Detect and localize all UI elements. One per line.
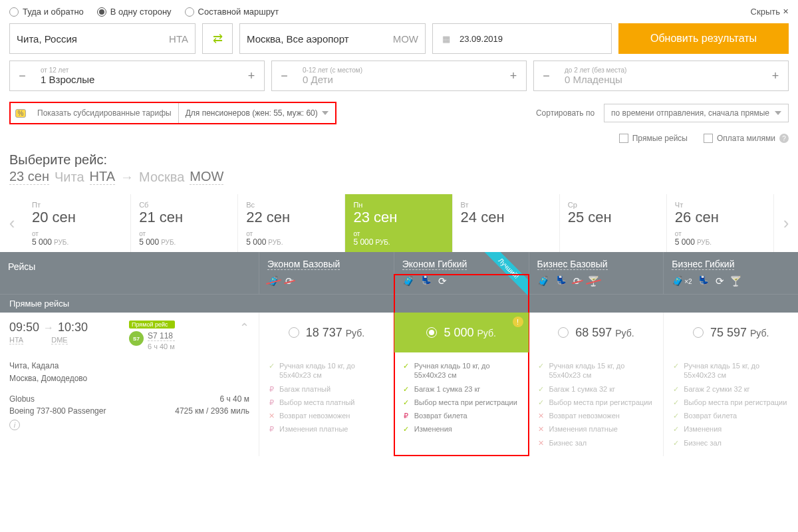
adults-plus[interactable]: +	[239, 61, 264, 90]
fare-price-radio[interactable]: 5 000 Руб.!	[394, 313, 529, 352]
date-field[interactable]: ▦ 23.09.2019	[432, 23, 612, 54]
refresh-icon: ⟳	[285, 275, 294, 287]
update-results-button[interactable]: Обновить результаты	[618, 23, 789, 54]
help-icon[interactable]: ?	[779, 134, 789, 143]
glass-icon: 🍸	[587, 275, 600, 287]
seat-icon: 💺	[420, 275, 433, 287]
subsidized-fares-box: % Показать субсидированные тарифы Для пе…	[9, 102, 336, 124]
choose-flight-title: Выберите рейс:	[0, 152, 798, 169]
s7-logo-icon: S7	[129, 331, 144, 346]
fare-price-radio[interactable]: 18 737 Руб.	[259, 313, 394, 352]
children-minus[interactable]: −	[272, 61, 297, 90]
date-cell[interactable]: Вс22 сенот5 000РУБ.	[238, 194, 345, 252]
date-cell[interactable]: Сб21 сенот5 000РУБ.	[131, 194, 238, 252]
trip-multi[interactable]: Составной маршрут	[185, 7, 279, 17]
arrow-icon: →	[43, 322, 54, 334]
seat-icon: 💺	[698, 275, 710, 287]
expand-flight-chevron[interactable]: ⌃	[239, 321, 249, 350]
from-field[interactable]: Чита, Россия HTA	[9, 23, 196, 54]
route-summary: 23 сен Чита HTA → Москва MOW	[0, 169, 798, 194]
date-cell[interactable]: Ср25 сенот5 000РУБ.	[560, 194, 667, 252]
glass-icon: 🍸	[730, 275, 742, 287]
flight-number[interactable]: S7 118	[148, 331, 175, 341]
flights-header: Рейсы	[0, 252, 259, 294]
infants-stepper: − до 2 лет (без места)0 Младенцы +	[533, 61, 789, 91]
fare-column-2: 68 597 Руб.✓Ручная кладь 15 кг, до 55х40…	[529, 313, 664, 456]
date-cell[interactable]: Пн23 сенот5 000РУБ.	[345, 194, 452, 252]
sort-label: Сортировать по	[536, 108, 595, 118]
adults-stepper: − от 12 лет1 Взрослые +	[9, 61, 265, 91]
dates-next[interactable]: ›	[774, 194, 798, 252]
chevron-down-icon	[322, 111, 329, 115]
children-plus[interactable]: +	[501, 61, 526, 90]
calendar-icon: ▦	[440, 32, 453, 45]
trip-roundtrip[interactable]: Туда и обратно	[9, 7, 84, 17]
refresh-icon: ⟳	[438, 275, 447, 287]
fare-column-3: 75 597 Руб.✓Ручная кладь 15 кг, до 55х40…	[664, 313, 798, 456]
suitcase-icon: 🧳	[267, 275, 280, 287]
hide-search-link[interactable]: Скрыть	[751, 7, 789, 17]
percent-icon: %	[11, 103, 31, 123]
direct-flights-checkbox[interactable]: Прямые рейсы	[619, 134, 688, 143]
sort-select[interactable]: по времени отправления, сначала прямые	[604, 104, 789, 122]
subsidized-select[interactable]: Для пенсионеров (жен: 55, муж: 60)	[179, 103, 335, 123]
fare-price-radio[interactable]: 68 597 Руб.	[529, 313, 664, 352]
adults-minus[interactable]: −	[10, 61, 35, 90]
subsidized-label: Показать субсидированные тарифы	[31, 103, 179, 123]
direct-flights-section: Прямые рейсы	[0, 294, 798, 313]
info-icon[interactable]: i	[9, 420, 20, 430]
date-cell[interactable]: Чт26 сенот5 000РУБ.	[667, 194, 774, 252]
suitcase-icon: 🧳	[537, 275, 550, 287]
arrival-time: 10:30	[58, 321, 88, 334]
chevron-down-icon	[775, 111, 781, 115]
dates-prev[interactable]: ‹	[0, 194, 24, 252]
fare-header-economy-basic: Эконом Базовый 🧳⟳	[259, 252, 394, 294]
warning-icon: !	[513, 317, 523, 327]
refresh-icon: ⟳	[716, 275, 724, 287]
children-stepper: − 0-12 лет (с местом)0 Дети +	[271, 61, 527, 91]
seat-icon: 💺	[555, 275, 568, 287]
departure-time: 09:50	[9, 321, 39, 334]
trip-oneway[interactable]: В одну сторону	[97, 7, 172, 17]
fare-column-0: 18 737 Руб.✓Ручная кладь 10 кг, до 55х40…	[259, 313, 394, 456]
infants-plus[interactable]: +	[763, 61, 788, 90]
pay-with-miles-checkbox[interactable]: Оплата милями?	[704, 134, 789, 143]
trip-type-group: Туда и обратно В одну сторону Составной …	[9, 7, 279, 17]
direct-badge: Прямой рейс	[129, 321, 175, 329]
suitcase-icon: 🧳	[402, 275, 415, 287]
to-field[interactable]: Москва, Все аэропорт MOW	[239, 23, 426, 54]
fare-header-economy-flex: Эконом Гибкий 🧳💺⟳ Лучший!	[394, 252, 529, 294]
fare-column-1: 5 000 Руб.!✓Ручная кладь 10 кг, до 55х40…	[394, 313, 529, 456]
date-cell[interactable]: Вт24 сенот5 000РУБ.	[453, 194, 560, 252]
infants-minus[interactable]: −	[534, 61, 559, 90]
suitcase-icon: 🧳×2	[672, 275, 692, 287]
refresh-icon: ⟳	[573, 275, 582, 287]
fare-header-business-basic: Бизнес Базовый 🧳💺⟳🍸	[529, 252, 664, 294]
fare-price-radio[interactable]: 75 597 Руб.	[664, 313, 798, 352]
flight-info: 09:50 → 10:30 HTADME Прямой рейс S7 S7 1…	[0, 313, 259, 456]
swap-button[interactable]: ⇄	[202, 23, 233, 54]
date-cell[interactable]: Пт20 сенот5 000РУБ.	[24, 194, 131, 252]
fare-header-business-flex: Бизнес Гибкий 🧳×2💺⟳🍸	[664, 252, 798, 294]
